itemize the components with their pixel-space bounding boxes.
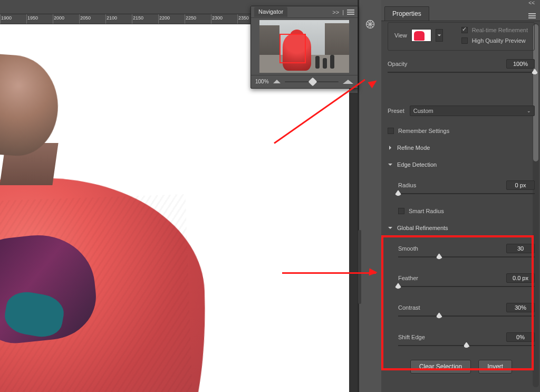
ruler-tick: 1900 — [1, 15, 12, 21]
properties-collapse-icon[interactable]: << — [528, 0, 535, 6]
feather-slider[interactable] — [398, 283, 535, 290]
view-label: View — [394, 32, 407, 39]
radius-value[interactable]: 0 px — [506, 180, 535, 190]
ruler-tick: 1950 — [27, 15, 38, 21]
smart-radius-label: Smart Radius — [409, 208, 444, 214]
hq-preview-checkbox[interactable] — [461, 37, 468, 44]
shift-edge-slider[interactable] — [398, 342, 535, 349]
smooth-label: Smooth — [398, 245, 418, 252]
refine-mode-header[interactable]: Refine Mode — [388, 145, 535, 151]
view-thumbnail — [411, 29, 431, 42]
ruler-tick: 2150 — [133, 15, 143, 21]
contrast-label: Contrast — [398, 304, 420, 311]
ruler-tick: 2050 — [80, 15, 91, 21]
radius-label: Radius — [398, 182, 416, 188]
preset-select[interactable]: Custom⌄ — [410, 106, 535, 116]
invert-button[interactable]: Invert — [478, 360, 512, 374]
ruler-tick: 2350 — [238, 15, 249, 21]
chevron-down-icon — [388, 162, 393, 167]
feather-label: Feather — [398, 275, 418, 281]
global-refinements-header[interactable]: Global Refinements — [388, 225, 535, 231]
edge-detection-header[interactable]: Edge Detection — [388, 161, 535, 168]
wheel-icon[interactable] — [363, 17, 378, 32]
smart-radius-checkbox[interactable] — [398, 208, 404, 214]
smooth-value[interactable]: 30 — [506, 244, 535, 253]
ruler-tick: 2250 — [186, 15, 196, 21]
radius-slider[interactable] — [398, 190, 535, 197]
subject-silhouette — [0, 56, 206, 392]
zoom-out-icon[interactable] — [273, 80, 281, 83]
navigator-viewport-rect[interactable] — [279, 34, 306, 63]
panel-dock-strip — [358, 0, 381, 392]
contrast-value[interactable]: 30% — [506, 303, 535, 312]
remember-label: Remember Settings — [398, 128, 449, 134]
ruler-tick: 2300 — [212, 15, 223, 21]
navigator-panel: Navigator >> | 100% — [250, 6, 358, 89]
preset-label: Preset — [388, 108, 404, 114]
navigator-zoom-slider[interactable] — [285, 81, 339, 82]
chevron-down-icon — [388, 225, 393, 231]
realtime-checkbox[interactable] — [461, 27, 468, 33]
view-dropdown[interactable] — [436, 29, 443, 42]
ruler-tick: 2100 — [107, 15, 117, 21]
properties-panel: << Properties View Real-time Refinement … — [381, 0, 540, 392]
ruler-tick: 2000 — [54, 15, 64, 21]
feather-value[interactable]: 0.0 px — [506, 273, 535, 283]
smooth-slider[interactable] — [398, 253, 535, 261]
shift-edge-value[interactable]: 0% — [506, 332, 535, 342]
navigator-collapse-icon[interactable]: >> — [332, 9, 339, 15]
dock-resize-handle[interactable] — [358, 230, 361, 304]
hq-preview-label: High Quality Preview — [472, 37, 526, 44]
shift-edge-label: Shift Edge — [398, 334, 425, 340]
zoom-in-icon[interactable] — [343, 80, 353, 84]
opacity-slider[interactable] — [388, 69, 535, 76]
navigator-tab[interactable]: Navigator — [254, 7, 287, 17]
chevron-right-icon — [388, 145, 393, 150]
navigator-menu-icon[interactable] — [347, 9, 354, 15]
ruler-tick: 2200 — [159, 15, 170, 21]
navigator-thumbnail[interactable] — [259, 20, 349, 73]
opacity-value[interactable]: 100% — [506, 59, 535, 69]
properties-menu-icon[interactable] — [528, 13, 536, 18]
contrast-slider[interactable] — [398, 312, 535, 320]
clear-selection-button[interactable]: Clear Selection — [410, 360, 471, 374]
opacity-label: Opacity — [388, 61, 407, 67]
realtime-label: Real-time Refinement — [472, 27, 528, 33]
remember-checkbox[interactable] — [388, 128, 394, 134]
navigator-zoom-value[interactable]: 100% — [255, 79, 269, 84]
svg-point-5 — [369, 23, 371, 25]
properties-tab[interactable]: Properties — [384, 6, 429, 21]
